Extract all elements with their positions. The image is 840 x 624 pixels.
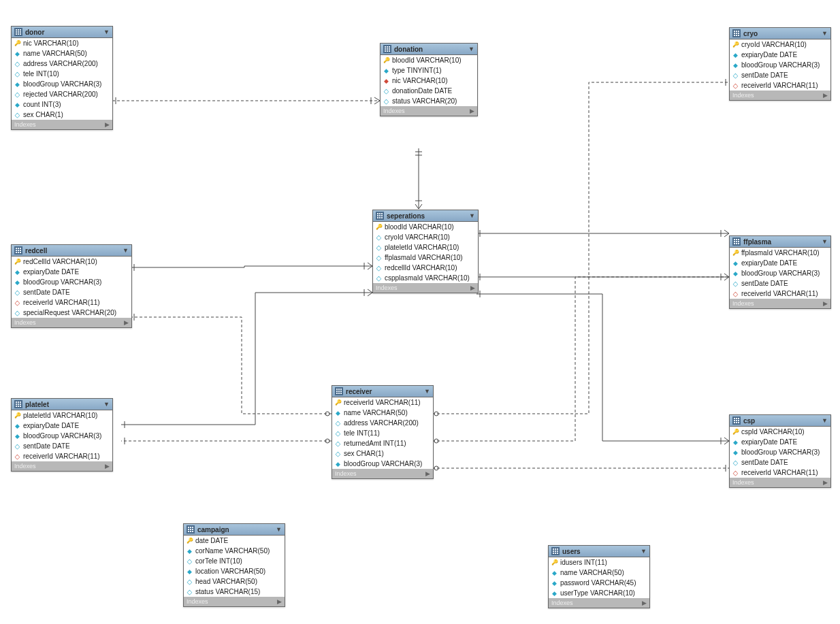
column[interactable]: ◆rejected VARCHAR(200) (12, 89, 112, 99)
column[interactable]: 🔑date DATE (184, 536, 285, 546)
column[interactable]: ◆bloodGroup VARCHAR(3) (730, 447, 830, 457)
table-header[interactable]: receiver▼ (332, 386, 433, 397)
indexes-section[interactable]: Indexes▶ (12, 120, 112, 129)
table-platelet[interactable]: platelet▼ 🔑plateletId VARCHAR(10)◆expiar… (11, 398, 113, 472)
table-header[interactable]: cryo▼ (730, 28, 830, 39)
table-header[interactable]: seperations▼ (373, 210, 478, 222)
table-header[interactable]: platelet▼ (12, 399, 112, 410)
table-receiver[interactable]: receiver▼ 🔑receiverId VARCHAR(11)◆name V… (332, 385, 434, 479)
column[interactable]: ◆expiaryDate DATE (730, 437, 830, 447)
indexes-section[interactable]: Indexes▶ (12, 318, 131, 327)
column[interactable]: ◆redcellId VARCHAR(10) (373, 263, 478, 273)
column[interactable]: ◆corName VARCHAR(50) (184, 546, 285, 556)
table-campaign[interactable]: campaign▼ 🔑date DATE◆corName VARCHAR(50)… (183, 523, 285, 607)
diamond-icon: ◆ (376, 265, 382, 271)
column[interactable]: 🔑nic VARCHAR(10) (12, 38, 112, 48)
indexes-section[interactable]: Indexes▶ (373, 283, 478, 293)
indexes-section[interactable]: Indexes▶ (730, 299, 830, 308)
table-header[interactable]: donation▼ (381, 44, 477, 55)
column[interactable]: ◆address VARCHAR(200) (12, 59, 112, 69)
table-seperations[interactable]: seperations▼ 🔑bloodId VARCHAR(10)◆cryoId… (372, 210, 479, 293)
column[interactable]: ◆corTele INT(10) (184, 556, 285, 566)
column[interactable]: ◆bloodGroup VARCHAR(3) (12, 79, 112, 89)
column[interactable]: 🔑redCellId VARCHAR(10) (12, 257, 131, 267)
table-redcell[interactable]: redcell▼ 🔑redCellId VARCHAR(10)◆expiaryD… (11, 244, 132, 328)
column[interactable]: ◆receiverId VARCHAR(11) (730, 289, 830, 299)
column[interactable]: ◆bloodGroup VARCHAR(3) (12, 431, 112, 441)
column[interactable]: ◆location VARCHAR(50) (184, 566, 285, 576)
indexes-section[interactable]: Indexes▶ (184, 597, 285, 606)
column[interactable]: ◆receiverId VARCHAR(11) (12, 297, 131, 308)
column[interactable]: ◆cryoId VARCHAR(10) (373, 232, 478, 242)
column[interactable]: ◆type TINYINT(1) (381, 65, 477, 76)
column[interactable]: ◆sentDate DATE (730, 278, 830, 289)
column-text: redcellId VARCHAR(10) (385, 264, 457, 272)
column[interactable]: ◆bloodGroup VARCHAR(3) (332, 459, 433, 469)
column[interactable]: 🔑bloodId VARCHAR(10) (373, 222, 478, 232)
diamond-icon: ◆ (383, 78, 389, 84)
table-header[interactable]: redcell▼ (12, 245, 131, 257)
column[interactable]: ◆tele INT(11) (332, 428, 433, 438)
column[interactable]: 🔑receiverId VARCHAR(11) (332, 397, 433, 408)
table-users[interactable]: users▼ 🔑idusers INT(11)◆name VARCHAR(50)… (548, 545, 650, 608)
column[interactable]: ◆expiaryDate DATE (12, 267, 131, 277)
column[interactable]: ◆sex CHAR(1) (12, 110, 112, 120)
column[interactable]: ◆ffplasmaId VARCHAR(10) (373, 252, 478, 263)
column[interactable]: 🔑bloodId VARCHAR(10) (381, 55, 477, 65)
column[interactable]: ◆receiverId VARCHAR(11) (730, 467, 830, 478)
table-header[interactable]: csp▼ (730, 415, 830, 427)
column[interactable]: ◆sentDate DATE (12, 441, 112, 451)
table-ffplasma[interactable]: ffplasma▼ 🔑ffplasmaId VARCHAR(10)◆expiar… (729, 235, 831, 309)
column[interactable]: ◆head VARCHAR(50) (184, 576, 285, 587)
column[interactable]: 🔑cspId VARCHAR(10) (730, 427, 830, 437)
column[interactable]: ◆plateletId VARCHAR(10) (373, 242, 478, 252)
column[interactable]: ◆expiaryDate DATE (730, 258, 830, 268)
column[interactable]: ◆name VARCHAR(50) (12, 48, 112, 59)
column[interactable]: ◆receiverId VARCHAR(11) (12, 451, 112, 461)
column[interactable]: ◆sex CHAR(1) (332, 448, 433, 459)
indexes-section[interactable]: Indexes▶ (12, 461, 112, 471)
table-donor[interactable]: donor▼ 🔑nic VARCHAR(10)◆name VARCHAR(50)… (11, 26, 113, 130)
column[interactable]: ◆count INT(3) (12, 99, 112, 110)
column[interactable]: ◆password VARCHAR(45) (549, 578, 649, 588)
column[interactable]: ◆nic VARCHAR(10) (381, 76, 477, 86)
column[interactable]: 🔑idusers INT(11) (549, 557, 649, 568)
column[interactable]: ◆expiaryDate DATE (12, 421, 112, 431)
table-header[interactable]: donor▼ (12, 27, 112, 38)
column[interactable]: ◆expiaryDate DATE (730, 50, 830, 60)
table-cryo[interactable]: cryo▼ 🔑cryoId VARCHAR(10)◆expiaryDate DA… (729, 27, 831, 101)
indexes-section[interactable]: Indexes▶ (381, 106, 477, 116)
column[interactable]: ◆name VARCHAR(50) (549, 568, 649, 578)
indexes-section[interactable]: Indexes▶ (332, 469, 433, 478)
table-header[interactable]: campaign▼ (184, 524, 285, 536)
table-header[interactable]: ffplasma▼ (730, 236, 830, 248)
column[interactable]: ◆bloodGroup VARCHAR(3) (730, 60, 830, 70)
column[interactable]: ◆sentDate DATE (730, 70, 830, 80)
indexes-section[interactable]: Indexes▶ (730, 478, 830, 487)
column-text: bloodGroup VARCHAR(3) (23, 432, 101, 440)
column[interactable]: ◆sentDate DATE (12, 287, 131, 297)
indexes-section[interactable]: Indexes▶ (730, 91, 830, 100)
table-csp[interactable]: csp▼ 🔑cspId VARCHAR(10)◆expiaryDate DATE… (729, 414, 831, 488)
column-text: rejected VARCHAR(200) (23, 91, 98, 98)
column[interactable]: 🔑cryoId VARCHAR(10) (730, 39, 830, 50)
column[interactable]: ◆userType VARCHAR(10) (549, 588, 649, 598)
column[interactable]: ◆returnedAmt INT(11) (332, 438, 433, 448)
column[interactable]: 🔑plateletId VARCHAR(10) (12, 410, 112, 421)
column[interactable]: ◆status VARCHAR(20) (381, 96, 477, 106)
column[interactable]: ◆status VARCHAR(15) (184, 587, 285, 597)
column[interactable]: ◆receiverId VARCHAR(11) (730, 80, 830, 91)
column[interactable]: ◆tele INT(10) (12, 69, 112, 79)
column[interactable]: ◆specialRequest VARCHAR(20) (12, 308, 131, 318)
column[interactable]: ◆bloodGroup VARCHAR(3) (730, 268, 830, 278)
column[interactable]: ◆sentDate DATE (730, 457, 830, 467)
column[interactable]: ◆name VARCHAR(50) (332, 408, 433, 418)
column[interactable]: ◆bloodGroup VARCHAR(3) (12, 277, 131, 287)
table-donation[interactable]: donation▼ 🔑bloodId VARCHAR(10)◆type TINY… (380, 43, 478, 116)
column[interactable]: ◆donationDate DATE (381, 86, 477, 96)
column[interactable]: ◆cspplasmaId VARCHAR(10) (373, 273, 478, 283)
column[interactable]: 🔑ffplasmaId VARCHAR(10) (730, 248, 830, 258)
column[interactable]: ◆address VARCHAR(200) (332, 418, 433, 428)
indexes-section[interactable]: Indexes▶ (549, 598, 649, 608)
table-header[interactable]: users▼ (549, 546, 649, 557)
